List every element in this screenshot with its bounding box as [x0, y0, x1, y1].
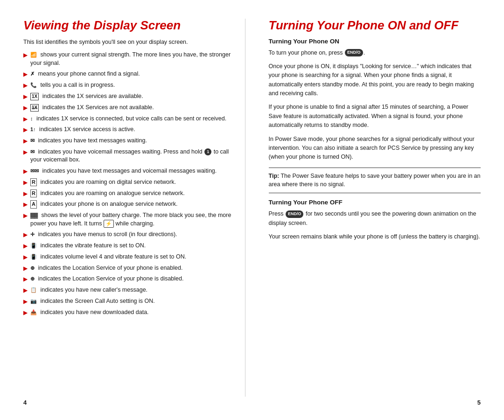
bullet-arrow: ▶: [23, 137, 28, 145]
left-page-number: 4: [23, 399, 27, 406]
list-item: ▶ 1↑ indicates 1X service access is acti…: [23, 126, 236, 134]
list-item: ▶ 1X indicates the 1X services are avail…: [23, 92, 236, 101]
phone-off-para-1: Press END/O for two seconds until you se…: [269, 210, 481, 228]
bullet-arrow: ▶: [23, 309, 28, 317]
list-item: ▶ 1X indicates the 1X Services are not a…: [23, 104, 236, 112]
phone-on-para-3: If your phone is unable to find a signal…: [269, 103, 481, 130]
bullet-arrow: ▶: [23, 298, 28, 306]
bullet-arrow: ▶: [23, 70, 28, 78]
list-item-text: ✉ indicates you have voicemail messages …: [30, 148, 236, 164]
list-item: ▶ ✉ indicates you have text messages wai…: [23, 137, 236, 145]
left-intro-text: This list identifies the symbols you'll …: [23, 38, 236, 47]
list-item-text: ▓▓ shows the level of your battery charg…: [30, 211, 236, 228]
list-item-text: 📳 indicates volume level 4 and vibrate f…: [30, 253, 186, 261]
phone-off-para-2: Your screen remains blank while your pho…: [269, 232, 481, 241]
bullet-arrow: ▶: [23, 104, 28, 112]
bullet-arrow: ▶: [23, 242, 28, 250]
bullet-arrow: ▶: [23, 265, 28, 273]
phone-on-para-1: To turn your phone on, press END/O.: [269, 49, 481, 57]
bullet-arrow: ▶: [23, 253, 28, 261]
end-key-button: END/O: [345, 49, 363, 56]
tip-box: Tip: The Power Save feature helps to sav…: [269, 168, 481, 194]
list-item: ▶ 📳 indicates the vibrate feature is set…: [23, 242, 236, 250]
list-item-text: A indicates your phone is on analogue se…: [30, 200, 177, 209]
bullet-arrow: ▶: [23, 168, 28, 175]
list-item: ▶ 📞 tells you a call is in progress.: [23, 81, 236, 90]
list-item: ▶ A indicates your phone is on analogue …: [23, 200, 236, 209]
list-item: ▶ 📶 shows your current signal strength. …: [23, 51, 236, 67]
list-item-text: 📥 indicates you have new downloaded data…: [30, 308, 149, 317]
list-item-text: 📳 indicates the vibrate feature is set t…: [30, 242, 146, 250]
list-item-text: 1X indicates the 1X services are availab…: [30, 92, 143, 101]
bullet-arrow: ▶: [23, 201, 28, 209]
phone-on-subtitle: Turning Your Phone ON: [269, 38, 481, 45]
list-item-text: 📶 shows your current signal strength. Th…: [30, 51, 236, 67]
phone-on-para-4: In Power Save mode, your phone searches …: [269, 135, 481, 162]
list-item: ▶ ↕ indicates 1X service is connected, b…: [23, 115, 236, 123]
bullet-arrow: ▶: [23, 231, 28, 239]
bullet-arrow: ▶: [23, 212, 28, 220]
list-item: ▶ ✗ means your phone cannot find a signa…: [23, 70, 236, 78]
left-column: Viewing the Display Screen This list ide…: [23, 19, 245, 397]
phone-on-para-2: Once your phone is ON, it displays "Look…: [269, 62, 481, 98]
bullet-arrow: ▶: [23, 287, 28, 294]
list-item-text: R indicates you are roaming on digital s…: [30, 178, 176, 187]
end-key-button-off: END/O: [286, 210, 304, 218]
list-item-text: 📋 indicates you have new caller's messag…: [30, 286, 147, 294]
bullet-arrow: ▶: [23, 148, 28, 156]
bullet-arrow: ▶: [23, 190, 28, 198]
phone-off-subtitle: Turning Your Phone OFF: [269, 199, 481, 206]
bullet-arrow: ▶: [23, 82, 28, 90]
bullet-arrow: ▶: [23, 51, 28, 59]
page-footer: 4 5: [23, 399, 481, 406]
list-item: ▶ ⊕ indicates the Location Service of yo…: [23, 264, 236, 273]
list-item: ▶ ✉ indicates you have voicemail message…: [23, 148, 236, 164]
list-item-text: 📷 indicates the Screen Call Auto setting…: [30, 297, 155, 306]
list-item: ▶ 📋 indicates you have new caller's mess…: [23, 286, 236, 294]
list-item-text: ↕ indicates 1X service is connected, but…: [30, 115, 226, 123]
list-item-text: 📞 tells you a call is in progress.: [30, 81, 115, 90]
bullet-arrow: ▶: [23, 275, 28, 283]
list-item: ▶ 📷 indicates the Screen Call Auto setti…: [23, 297, 236, 306]
list-item-text: R indicates you are roaming on analogue …: [30, 189, 185, 198]
list-item: ▶ 📳 indicates volume level 4 and vibrate…: [23, 253, 236, 261]
list-item: ▶ ▓▓ shows the level of your battery cha…: [23, 211, 236, 228]
tip-text: Tip: The Power Save feature helps to sav…: [269, 173, 481, 188]
bullet-arrow: ▶: [23, 179, 28, 187]
list-item-text: ✉✉ indicates you have text messages and …: [30, 167, 217, 175]
list-item-text: ⊕ indicates the Location Service of your…: [30, 264, 182, 273]
list-item: ▶ ✉✉ indicates you have text messages an…: [23, 167, 236, 175]
list-item-text: ✗ means your phone cannot find a signal.: [30, 70, 140, 78]
right-column: Turning Your Phone ON and OFF Turning Yo…: [264, 19, 481, 397]
left-section-title: Viewing the Display Screen: [23, 19, 236, 32]
list-item-text: ✉ indicates you have text messages waiti…: [30, 137, 147, 145]
bullet-arrow: ▶: [23, 93, 28, 101]
right-section-title: Turning Your Phone ON and OFF: [269, 19, 481, 32]
bullet-arrow: ▶: [23, 115, 28, 123]
list-item-text: 1↑ indicates 1X service access is active…: [30, 126, 135, 134]
list-item: ▶ R indicates you are roaming on analogu…: [23, 189, 236, 198]
list-item-text: ✛ indicates you have menus to scroll (in…: [30, 231, 177, 239]
list-item: ▶ ⊕ indicates the Location Service of yo…: [23, 275, 236, 283]
bullet-arrow: ▶: [23, 126, 28, 134]
list-item: ▶ ✛ indicates you have menus to scroll (…: [23, 231, 236, 239]
list-item: ▶ 📥 indicates you have new downloaded da…: [23, 308, 236, 317]
bullet-list: ▶ 📶 shows your current signal strength. …: [23, 51, 236, 316]
page-container: Viewing the Display Screen This list ide…: [0, 0, 504, 420]
list-item-text: ⊕ indicates the Location Service of your…: [30, 275, 183, 283]
right-page-number: 5: [477, 399, 481, 406]
list-item: ▶ R indicates you are roaming on digital…: [23, 178, 236, 187]
list-item-text: 1X indicates the 1X Services are not ava…: [30, 104, 154, 112]
